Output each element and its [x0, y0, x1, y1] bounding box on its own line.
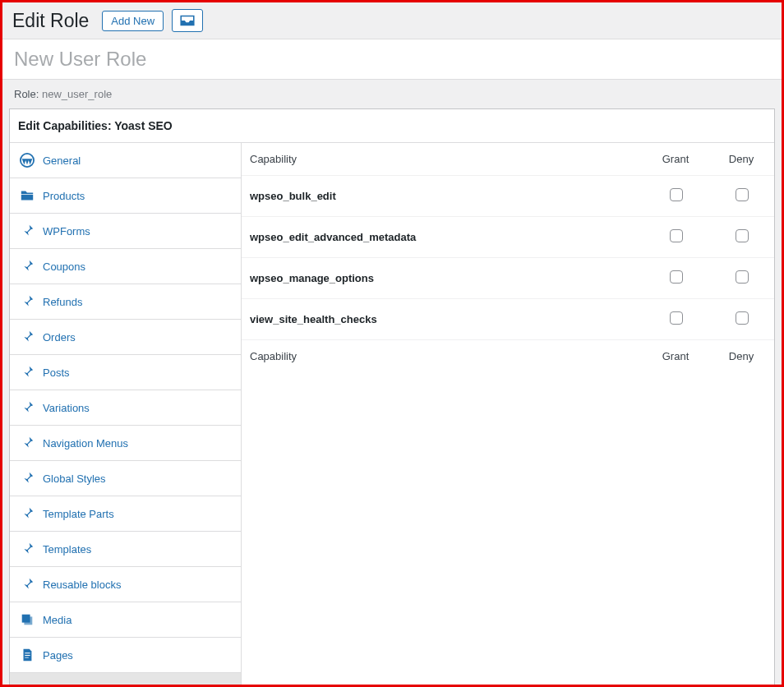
pin-icon — [20, 294, 35, 309]
pin-icon — [20, 506, 35, 521]
sidebar-item-label: Media — [43, 614, 71, 626]
sidebar-item-label: Coupons — [43, 261, 85, 273]
col-capability: Capability — [242, 143, 643, 176]
table-row: view_site_health_checks — [242, 299, 774, 340]
table-row: wpseo_manage_options — [242, 258, 774, 299]
capabilities-table-wrapper: Capability Grant Deny wpseo_bulk_editwps… — [242, 143, 774, 687]
page-header: Edit Role Add New — [2, 2, 782, 39]
yoast-icon — [20, 683, 35, 687]
pin-icon — [20, 259, 35, 274]
table-row: wpseo_bulk_edit — [242, 176, 774, 217]
sidebar-item-products[interactable]: Products — [10, 178, 241, 214]
grant-checkbox[interactable] — [670, 270, 683, 284]
sidebar-item-label: General — [43, 154, 81, 167]
sidebar-item-label: WPForms — [43, 225, 90, 237]
pin-icon — [20, 330, 35, 344]
grant-checkbox[interactable] — [670, 188, 683, 201]
grant-cell — [643, 217, 708, 258]
sidebar-item-reusable-blocks[interactable]: Reusable blocks — [10, 567, 241, 602]
sidebar-item-label: Posts — [43, 367, 70, 379]
deny-cell — [708, 217, 774, 258]
deny-checkbox[interactable] — [736, 229, 749, 242]
sidebar-item-label: Orders — [43, 331, 76, 344]
pin-icon — [20, 365, 35, 380]
sidebar-item-global-styles[interactable]: Global Styles — [10, 461, 241, 496]
sidebar-item-label: Yoast SEO — [43, 685, 97, 688]
col-deny: Deny — [708, 143, 774, 176]
capability-name: wpseo_manage_options — [242, 258, 643, 299]
sidebar-item-label: Products — [43, 190, 85, 202]
grant-cell — [643, 258, 708, 299]
sidebar-item-label: Reusable blocks — [43, 579, 121, 591]
sidebar-item-pages[interactable]: Pages — [10, 638, 241, 673]
col-grant: Grant — [643, 143, 708, 176]
pin-icon — [20, 436, 35, 450]
deny-checkbox[interactable] — [736, 188, 749, 201]
pin-icon — [20, 542, 35, 556]
role-slug-value: new_user_role — [42, 88, 112, 100]
sidebar-item-refunds[interactable]: Refunds — [10, 284, 241, 320]
inbox-icon — [179, 15, 196, 26]
capability-name: wpseo_bulk_edit — [242, 176, 643, 217]
role-slug-line: Role: new_user_role — [2, 80, 782, 108]
pin-icon — [20, 400, 35, 415]
edit-capabilities-panel: Edit Capabilities: Yoast SEO GeneralProd… — [9, 108, 775, 687]
col-grant-foot: Grant — [643, 340, 708, 373]
capabilities-table: Capability Grant Deny wpseo_bulk_editwps… — [242, 143, 774, 372]
pages-icon — [20, 648, 35, 662]
grant-cell — [643, 299, 708, 340]
sidebar-item-orders[interactable]: Orders — [10, 320, 241, 355]
sidebar-item-yoast-seo[interactable]: Yoast SEO — [10, 673, 241, 687]
folder-icon — [20, 188, 35, 203]
add-new-button[interactable]: Add New — [102, 11, 164, 31]
wordpress-icon — [20, 153, 35, 168]
sidebar-item-label: Variations — [43, 402, 90, 414]
col-deny-foot: Deny — [708, 340, 774, 373]
sidebar-item-label: Navigation Menus — [43, 437, 128, 450]
sidebar-item-templates[interactable]: Templates — [10, 532, 241, 567]
grant-checkbox[interactable] — [670, 311, 683, 325]
table-row: wpseo_edit_advanced_metadata — [242, 217, 774, 258]
grant-checkbox[interactable] — [670, 229, 683, 242]
media-icon — [20, 612, 35, 627]
col-capability-foot: Capability — [242, 340, 643, 373]
deny-cell — [708, 299, 774, 340]
capability-name: view_site_health_checks — [242, 299, 643, 340]
capability-name: wpseo_edit_advanced_metadata — [242, 217, 643, 258]
pin-icon — [20, 471, 35, 486]
sidebar-item-label: Pages — [43, 649, 73, 662]
sidebar-item-template-parts[interactable]: Template Parts — [10, 496, 241, 532]
deny-checkbox[interactable] — [736, 311, 749, 325]
sidebar-item-navigation-menus[interactable]: Navigation Menus — [10, 426, 241, 461]
pin-icon — [20, 577, 35, 592]
capability-groups-sidebar: GeneralProductsWPFormsCouponsRefundsOrde… — [10, 143, 242, 687]
sidebar-item-media[interactable]: Media — [10, 602, 241, 638]
sidebar-item-general[interactable]: General — [10, 143, 241, 178]
sidebar-item-label: Refunds — [43, 296, 82, 308]
sidebar-item-posts[interactable]: Posts — [10, 355, 241, 390]
import-button[interactable] — [172, 9, 203, 32]
deny-cell — [708, 258, 774, 299]
sidebar-item-variations[interactable]: Variations — [10, 390, 241, 426]
role-slug-label: Role: — [14, 88, 39, 100]
page-title: Edit Role — [12, 10, 89, 32]
sidebar-item-label: Global Styles — [43, 473, 106, 485]
panel-title: Edit Capabilities: Yoast SEO — [10, 109, 774, 143]
grant-cell — [643, 176, 708, 217]
sidebar-item-label: Templates — [43, 543, 91, 556]
pin-icon — [20, 224, 35, 238]
sidebar-item-coupons[interactable]: Coupons — [10, 249, 241, 284]
sidebar-item-wpforms[interactable]: WPForms — [10, 214, 241, 249]
role-display-name: New User Role — [2, 39, 782, 80]
deny-checkbox[interactable] — [736, 270, 749, 284]
sidebar-item-label: Template Parts — [43, 508, 114, 520]
deny-cell — [708, 176, 774, 217]
